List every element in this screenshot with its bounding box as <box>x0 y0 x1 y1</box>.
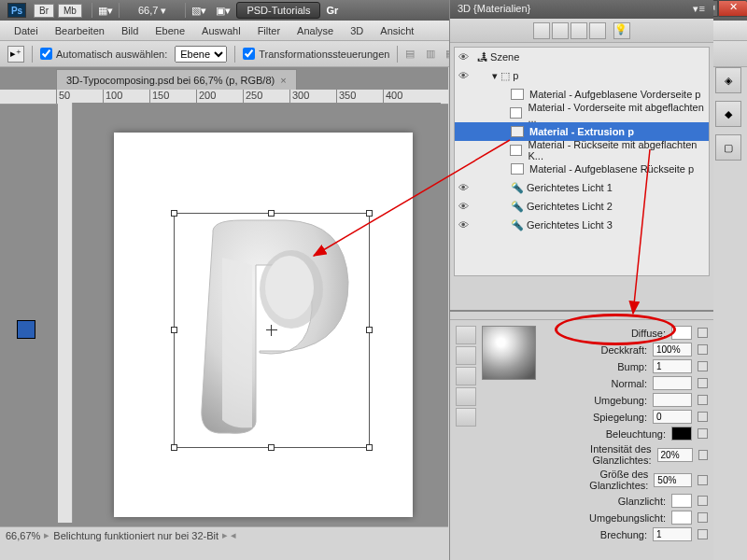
field-value[interactable]: 20% <box>657 448 693 462</box>
menu-edit[interactable]: Bearbeiten <box>47 25 113 36</box>
bridge-button[interactable]: Br <box>34 4 54 18</box>
3d-slide-icon[interactable] <box>456 387 476 406</box>
handle-bot-right[interactable] <box>366 444 373 451</box>
minibridge-button[interactable]: Mb <box>58 4 82 18</box>
eye-icon[interactable]: 👁 <box>458 51 473 63</box>
eye-icon[interactable]: 👁 <box>458 182 473 193</box>
tree-row-light[interactable]: 👁🔦 Gerichtetes Licht 1 <box>455 178 709 197</box>
color-swatch[interactable] <box>671 494 692 508</box>
channels-panel-icon[interactable]: ◆ <box>715 101 741 127</box>
texture-menu-icon[interactable] <box>698 450 708 460</box>
texture-menu-icon[interactable] <box>698 395 708 405</box>
workspace-selector[interactable]: PSD-Tutorials <box>236 2 320 19</box>
field-value[interactable]: 1 <box>653 527 692 541</box>
status-zoom[interactable]: 66,67% <box>6 530 40 541</box>
material-icon <box>511 163 524 175</box>
3d-rotate-icon[interactable] <box>456 326 476 344</box>
field-value[interactable]: 1 <box>653 359 692 373</box>
field-value[interactable]: 0 <box>653 410 692 424</box>
tree-row-material[interactable]: Material - Rückseite mit abgeflachten K.… <box>455 141 709 160</box>
arrange-docs-icon[interactable]: ▧▾ <box>191 5 206 17</box>
eye-icon[interactable]: 👁 <box>458 70 473 81</box>
3d-pan-icon[interactable] <box>456 367 476 385</box>
auto-select-target[interactable]: Ebene <box>175 46 227 63</box>
filter-lights-icon[interactable] <box>589 22 606 39</box>
texture-menu-icon[interactable] <box>698 529 708 539</box>
status-bar: 66,67% ▸ Belichtung funktioniert nur bei… <box>0 526 448 543</box>
eye-icon[interactable]: 👁 <box>458 219 473 231</box>
auto-select-checkbox[interactable]: Automatisch auswählen: <box>40 48 167 60</box>
menu-image[interactable]: Bild <box>113 25 147 36</box>
zoom-level[interactable]: 66,7 ▾ <box>138 5 166 17</box>
menu-filter[interactable]: Filter <box>249 25 289 36</box>
tree-row-material[interactable]: Material - Aufgeblasene Vorderseite p <box>455 85 709 104</box>
handle-mid-right[interactable] <box>366 327 373 333</box>
filter-materials-icon[interactable] <box>571 22 587 39</box>
tree-row-material[interactable]: Material - Vorderseite mit abgeflachten … <box>455 104 709 122</box>
document-tab[interactable]: 3D-Typocomposing.psd bei 66,7% (p, RGB/8… <box>56 69 297 90</box>
field-value[interactable] <box>653 393 692 407</box>
transform-bounding-box[interactable] <box>174 213 370 448</box>
texture-menu-icon[interactable] <box>698 512 708 523</box>
screen-mode-icon[interactable]: ▣▾ <box>216 5 231 17</box>
panel-mid-separator <box>450 310 713 320</box>
filter-meshes-icon[interactable] <box>552 22 569 39</box>
handle-top-right[interactable] <box>366 210 373 217</box>
texture-menu-icon[interactable] <box>698 328 708 338</box>
menu-layer[interactable]: Ebene <box>147 25 193 36</box>
handle-top-mid[interactable] <box>268 210 275 217</box>
move-tool-indicator[interactable]: ▸⁺ <box>7 46 24 63</box>
texture-menu-icon[interactable] <box>698 412 708 422</box>
3d-roll-icon[interactable] <box>456 346 476 365</box>
menu-file[interactable]: Datei <box>6 25 47 36</box>
scene-tree[interactable]: 👁🏞 Szene 👁▾ ⬚ p Material - Aufgeblasene … <box>454 47 710 276</box>
paths-panel-icon[interactable]: ▢ <box>715 134 741 161</box>
menu-analysis[interactable]: Analyse <box>289 25 342 36</box>
texture-menu-icon[interactable] <box>698 361 708 371</box>
texture-menu-icon[interactable] <box>698 475 708 485</box>
view-mode-icon[interactable]: ▦▾ <box>98 5 113 17</box>
tree-row-object[interactable]: 👁▾ ⬚ p <box>455 66 709 85</box>
field-value[interactable]: 50% <box>654 473 692 487</box>
close-tab-icon[interactable]: × <box>280 75 286 86</box>
material-preview-sphere[interactable] <box>482 326 536 380</box>
transform-center-icon[interactable] <box>266 325 277 336</box>
handle-mid-left[interactable] <box>171 327 177 333</box>
transform-controls-checkbox[interactable]: Transformationssteuerungen <box>243 48 389 60</box>
tree-row-material-selected[interactable]: Material - Extrusion p <box>455 122 709 141</box>
texture-menu-icon[interactable] <box>698 496 708 506</box>
filter-scene-icon[interactable] <box>533 22 550 39</box>
panel-menu-icon[interactable]: ▾≡ <box>693 3 706 16</box>
window-close-button[interactable]: ✕ <box>718 0 747 17</box>
tree-row-light[interactable]: 👁🔦 Gerichtetes Licht 3 <box>455 216 709 234</box>
handle-bot-left[interactable] <box>171 444 177 451</box>
foreground-swatch[interactable] <box>17 320 35 339</box>
texture-menu-icon[interactable] <box>698 344 708 355</box>
tree-row-light[interactable]: 👁🔦 Gerichtetes Licht 2 <box>455 197 709 216</box>
layers-panel-icon[interactable]: ◈ <box>715 67 741 93</box>
color-swatch[interactable] <box>671 326 692 340</box>
material-icon <box>511 126 524 137</box>
tree-row-scene[interactable]: 👁🏞 Szene <box>455 48 709 66</box>
texture-menu-icon[interactable] <box>698 428 708 439</box>
menu-view[interactable]: Ansicht <box>372 25 422 36</box>
material-row: Deckkraft:100% <box>542 343 708 357</box>
texture-menu-icon[interactable] <box>698 378 708 388</box>
handle-top-left[interactable] <box>171 210 177 217</box>
menu-select[interactable]: Auswahl <box>193 25 249 36</box>
handle-bot-mid[interactable] <box>268 444 275 451</box>
3d-scale-icon[interactable] <box>456 408 476 427</box>
color-swatch[interactable] <box>671 511 692 525</box>
menu-3d[interactable]: 3D <box>342 25 372 36</box>
3d-materials-panel: 3D {Materialien} ▾≡ 💡 👁🏞 Szene 👁▾ ⬚ p Ma… <box>449 0 713 560</box>
lightbulb-icon[interactable]: 💡 <box>613 22 630 39</box>
document-area: 3D-Typocomposing.psd bei 66,7% (p, RGB/8… <box>0 67 448 543</box>
material-icon <box>510 145 522 156</box>
tree-row-material[interactable]: Material - Aufgeblasene Rückseite p <box>455 160 709 178</box>
canvas[interactable] <box>58 103 441 523</box>
field-value[interactable]: 100% <box>653 343 692 357</box>
field-value[interactable] <box>653 376 692 390</box>
color-swatch[interactable] <box>671 427 692 441</box>
panel-title-bar[interactable]: 3D {Materialien} ▾≡ <box>450 0 713 19</box>
eye-icon[interactable]: 👁 <box>458 201 473 212</box>
